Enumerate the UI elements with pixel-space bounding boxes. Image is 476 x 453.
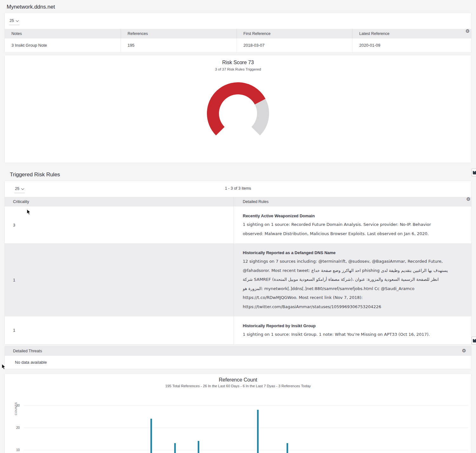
reference-count-card: Reference Count 195 Total References - 2… [5,374,471,453]
cell-references: 195 [121,38,237,52]
rule-title: Historically Reported by Insikt Group [243,322,450,330]
column-header-references[interactable]: References [121,29,237,38]
column-header-criticality[interactable]: Criticality [5,197,234,206]
rule-description: 1 sighting on 1 source: Recorded Future … [243,220,450,238]
y-tick-label: 30 [16,404,20,407]
bar [150,419,152,453]
bar [198,441,199,453]
gridline [24,428,468,428]
risk-score-card: Risk Score 73 3 of 37 Risk Rules Trigger… [5,55,471,163]
column-header-detailed-rules[interactable]: Detailed Rules [234,197,457,206]
export-icon [473,339,476,342]
rule-row: 3 Recently Active Weaponized Domain 1 si… [5,206,471,243]
page-title: Mynetwork.ddns.net [0,0,476,13]
gridline [24,405,468,406]
detailed-threats-title: Detailed Threats [5,349,462,353]
gear-icon[interactable]: ⚙ [466,29,470,38]
notes-card: 25 Notes References First Reference Late… [5,13,471,52]
cell-notes: 3 Insikt Group Note [5,38,121,52]
y-tick-label: 20 [16,426,20,429]
chart-plot: 01020302017-10-162018-08-232018-09-28201… [24,406,468,453]
export-button[interactable] [472,169,476,176]
detailed-threats-header: Detailed Threats ⚙ [5,346,471,356]
gear-icon[interactable]: ⚙ [462,348,466,353]
rule-title: Recently Active Weaponized Domain [243,212,450,220]
gridline [24,450,468,450]
chevron-down-icon [16,19,19,22]
rule-description: 1 sighting on 1 source: Insikt Group. 1 … [243,330,450,339]
export-icon [473,171,476,174]
chart-title: Reference Count [5,374,471,383]
detailed-threats-card: Detailed Threats ⚙ No data available [5,346,471,369]
rule-title: Historically Reported as a Defanged DNS … [243,249,450,257]
bar [257,410,259,453]
cell-first-reference: 2018-03-07 [237,38,353,52]
rule-criticality: 1 [5,243,234,316]
column-header-first-reference[interactable]: First Reference [237,29,353,38]
rule-criticality: 3 [5,206,234,243]
rules-pagination-row: 25 1 - 3 of 3 items [5,181,471,197]
export-button[interactable] [472,337,476,344]
y-tick-label: 10 [16,448,20,452]
rule-row: 1 Historically Reported by Insikt Group … [5,316,471,344]
cell-latest-reference: 2020-01-09 [353,38,457,52]
risk-score-title: Risk Score 73 [5,55,471,65]
bar [174,443,176,453]
no-data-message: No data available [5,356,471,369]
pagination-info: 1 - 3 of 3 items [5,186,471,191]
notes-table-header: Notes References First Reference Latest … [5,29,471,38]
column-header-latest-reference[interactable]: Latest Reference [353,29,457,38]
notes-page-size-select[interactable]: 25 [9,18,19,25]
rule-row: 1 Historically Reported as a Defanged DN… [5,243,471,316]
chart-subtitle: 195 Total References - 26 In the Last 60… [5,383,471,388]
page-size-value: 25 [10,18,14,23]
gauge-fill-arc [213,88,260,131]
rule-criticality: 1 [5,316,234,344]
gauge-track-arc [256,102,263,131]
triggered-risk-rules-card: 25 1 - 3 of 3 items Criticality Detailed… [5,181,471,344]
rule-description: 12 sightings on 7 sources including: @te… [243,257,450,311]
notes-pagesize-row: 25 [5,13,471,29]
triggered-risk-rules-heading: Triggered Risk Rules [10,172,476,178]
risk-score-subtitle: 3 of 37 Risk Rules Triggered [5,65,471,71]
bar [287,443,288,453]
risk-gauge [206,81,270,137]
page: Mynetwork.ddns.net 25 Notes References F… [0,0,476,453]
table-row[interactable]: 3 Insikt Group Note 195 2018-03-07 2020-… [5,38,471,52]
gear-icon[interactable]: ⚙ [466,197,470,206]
column-header-notes[interactable]: Notes [5,29,121,38]
rules-table-header: Criticality Detailed Rules ⚙ [5,197,471,206]
